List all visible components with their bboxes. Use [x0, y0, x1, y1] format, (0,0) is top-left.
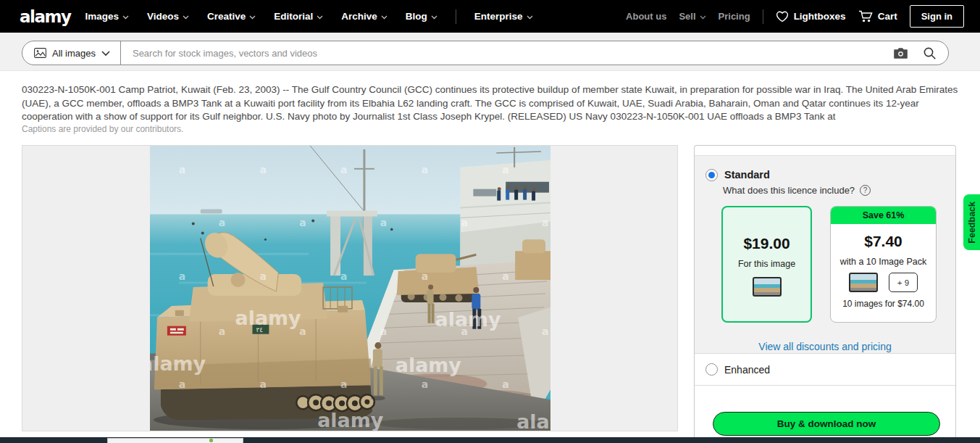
- chevron-down-icon: [431, 15, 437, 20]
- svg-text:a: a: [299, 217, 306, 228]
- lightboxes-label: Lightboxes: [794, 11, 846, 22]
- nav-divider: [763, 9, 763, 24]
- svg-text:a: a: [542, 217, 548, 228]
- search-icon[interactable]: [923, 46, 937, 60]
- menu-item-label: Enterprise: [474, 11, 523, 22]
- purchase-options-panel: Standard What does this licence include?…: [694, 145, 956, 443]
- svg-text:a: a: [422, 378, 428, 390]
- image-caption: 030223-N-1050K-001 Camp Patriot, Kuwait …: [22, 83, 963, 124]
- svg-text:a: a: [340, 270, 347, 282]
- image-pack-price-card[interactable]: Save 61% $7.40 with a 10 Image Pack + 9 …: [830, 206, 937, 323]
- licence-info-link[interactable]: What does this licence include? ?: [723, 185, 871, 196]
- feedback-label: Feedback: [967, 202, 977, 244]
- search-actions: [893, 46, 948, 60]
- sell-link[interactable]: Sell: [679, 11, 705, 22]
- menu-item-creative[interactable]: Creative: [207, 11, 256, 22]
- cart-link[interactable]: Cart: [858, 10, 897, 22]
- help-icon[interactable]: ?: [860, 185, 871, 196]
- svg-text:a: a: [422, 164, 428, 175]
- standard-licence-radio[interactable]: [705, 169, 718, 181]
- chevron-down-icon: [527, 15, 533, 20]
- feedback-tab[interactable]: Feedback: [963, 194, 980, 250]
- svg-text:a: a: [340, 378, 347, 390]
- pack-note: 10 images for $74.00: [831, 299, 936, 309]
- view-all-pricing-link[interactable]: View all discounts and pricing: [695, 341, 955, 352]
- menu-item-videos[interactable]: Videos: [147, 11, 189, 22]
- image-thumbnail: [753, 277, 782, 297]
- standard-licence-section: Standard What does this licence include?…: [695, 155, 955, 354]
- cart-icon: [858, 10, 873, 22]
- svg-text:a: a: [179, 270, 185, 282]
- chevron-down-icon: [381, 15, 388, 20]
- stock-photo[interactable]: ٣٤ alamyalamyalamyala: [150, 146, 550, 431]
- pricing-link[interactable]: Pricing: [719, 11, 750, 22]
- menu-item-archive[interactable]: Archive: [341, 11, 388, 22]
- caption-disclaimer: Captions are provided by our contributor…: [22, 124, 183, 134]
- menu-item-blog[interactable]: Blog: [406, 11, 437, 22]
- svg-text:a: a: [179, 164, 185, 175]
- chevron-down-icon: [317, 15, 323, 20]
- svg-text:a: a: [461, 217, 467, 228]
- buy-download-button[interactable]: Buy & download now: [713, 412, 940, 436]
- menu-item-label: Editorial: [274, 11, 313, 22]
- menu-item-images[interactable]: Images: [85, 11, 129, 22]
- menu-item-editorial[interactable]: Editorial: [274, 11, 323, 22]
- chevron-down-icon: [249, 15, 256, 20]
- svg-text:a: a: [502, 270, 508, 282]
- svg-text:a: a: [219, 217, 225, 228]
- svg-text:a: a: [259, 164, 266, 175]
- sell-label: Sell: [679, 11, 695, 22]
- heart-icon: [776, 11, 789, 22]
- sign-in-button[interactable]: Sign in: [910, 5, 964, 28]
- svg-text:a: a: [461, 326, 467, 337]
- section-divider: [695, 385, 955, 386]
- menu-item-label: Images: [85, 11, 119, 22]
- cart-label: Cart: [878, 11, 897, 22]
- licence-question-text: What does this licence include?: [723, 185, 855, 196]
- search-filter-label: All images: [52, 48, 96, 59]
- image-viewer-panel: ٣٤ alamyalamyalamyala: [22, 145, 678, 431]
- svg-text:a: a: [380, 326, 387, 337]
- top-navigation-bar: alamy Images Videos Creative Editorial A…: [0, 0, 980, 33]
- svg-text:alamy: alamy: [435, 308, 502, 331]
- camera-search-icon[interactable]: [893, 47, 908, 59]
- menu-item-label: Videos: [147, 11, 179, 22]
- main-menu: Images Videos Creative Editorial Archive…: [85, 9, 532, 24]
- svg-text:a: a: [422, 270, 428, 282]
- svg-text:alamy: alamy: [235, 307, 302, 329]
- svg-text:a: a: [179, 378, 185, 390]
- menu-divider: [456, 9, 456, 24]
- photo-illustration: ٣٤ alamyalamyalamyala: [150, 146, 550, 431]
- pack-extra-count: + 9: [889, 273, 918, 292]
- svg-text:a: a: [219, 326, 225, 337]
- chevron-down-icon: [101, 51, 110, 57]
- bottom-strip-dot: [209, 439, 213, 442]
- svg-text:a: a: [502, 378, 508, 390]
- svg-text:a: a: [380, 217, 387, 228]
- bottom-strip-box: [107, 438, 243, 443]
- about-us-link[interactable]: About us: [626, 11, 666, 22]
- nav-utility-area: About us Sell Pricing Lightboxes Cart Si…: [626, 5, 964, 28]
- single-image-price-card[interactable]: $19.00 For this image: [721, 206, 812, 323]
- image-thumbnail: [849, 273, 878, 292]
- single-image-price: $19.00: [723, 235, 811, 252]
- search-input[interactable]: [121, 41, 893, 65]
- chevron-down-icon: [183, 15, 189, 20]
- search-filter-dropdown[interactable]: All images: [22, 41, 120, 65]
- all-images-icon: [34, 48, 46, 58]
- pack-price: $7.40: [831, 233, 936, 250]
- chevron-down-icon: [700, 15, 706, 20]
- menu-item-label: Blog: [406, 11, 427, 22]
- chevron-down-icon: [122, 15, 129, 20]
- menu-item-label: Archive: [341, 11, 377, 22]
- menu-item-enterprise[interactable]: Enterprise: [474, 11, 533, 22]
- search-bar: All images: [22, 41, 949, 65]
- enhanced-licence-label: Enhanced: [724, 364, 770, 376]
- enhanced-licence-radio[interactable]: [705, 363, 718, 376]
- svg-text:a: a: [259, 378, 266, 390]
- svg-text:a: a: [259, 270, 266, 282]
- alamy-logo[interactable]: alamy: [20, 7, 70, 26]
- lightboxes-link[interactable]: Lightboxes: [776, 11, 846, 22]
- svg-text:alamy: alamy: [317, 409, 384, 431]
- page-bottom-strip: [0, 437, 980, 443]
